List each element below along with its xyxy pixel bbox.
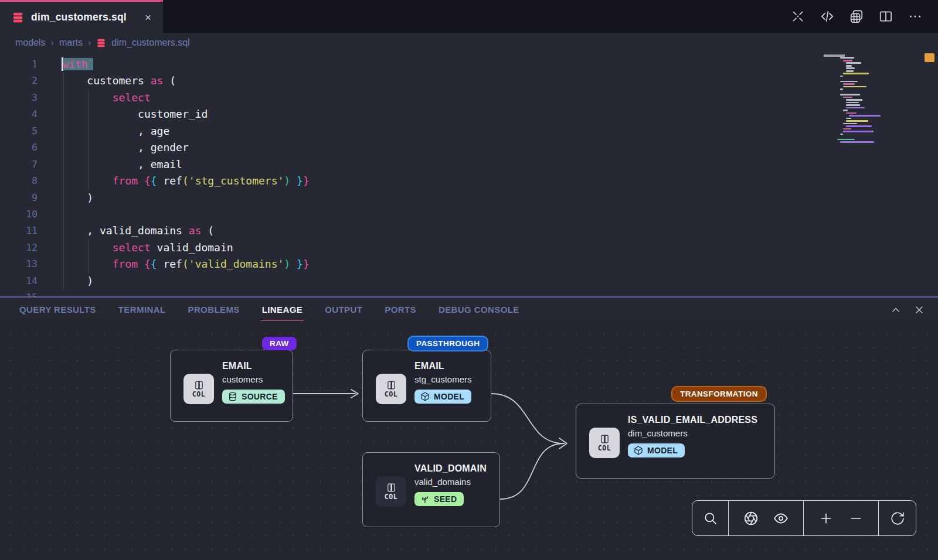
line-number: 2 (0, 73, 38, 89)
lineage-canvas[interactable]: RAW COL EMAIL customers SOURCE PASSTHROU… (0, 321, 938, 560)
code-line: customer_id (62, 106, 832, 122)
aperture-icon[interactable] (743, 511, 759, 526)
sprout-icon (420, 494, 430, 504)
database-icon (228, 392, 237, 401)
code-icon[interactable] (820, 9, 835, 24)
column-name: IS_VALID_EMAIL_ADDRESS (628, 415, 757, 425)
editor-tab-dim-customers[interactable]: dim_customers.sql × (0, 0, 163, 33)
line-number: 6 (0, 139, 38, 156)
refresh-icon[interactable] (890, 511, 905, 526)
lineage-node-valid-domains-valid-domain[interactable]: COL VALID_DOMAIN valid_domains SEED (362, 452, 500, 527)
panel-tab-debug-console[interactable]: DEBUG CONSOLE (439, 297, 519, 322)
lineage-toolbar (692, 500, 916, 536)
zoom-out-icon[interactable] (848, 511, 864, 526)
line-number: 7 (0, 156, 38, 173)
line-number: 3 (0, 90, 38, 106)
code-line: select (62, 90, 832, 106)
column-name: VALID_DOMAIN (414, 463, 487, 474)
cube-icon (634, 446, 643, 455)
code-line: with (62, 56, 832, 73)
line-number: 15 (0, 289, 38, 296)
tab-title: dim_customers.sql (31, 11, 135, 23)
table-copy-icon[interactable] (849, 9, 864, 24)
database-icon (96, 38, 106, 48)
minimap-selection-marker (824, 54, 845, 57)
tab-close-icon[interactable]: × (142, 11, 154, 24)
panel-tab-ports[interactable]: PORTS (385, 297, 416, 322)
indent-guide (89, 90, 89, 190)
model-name: stg_customers (414, 374, 472, 384)
lineage-node-dim-customers-is-valid-email-address[interactable]: COL IS_VALID_EMAIL_ADDRESS dim_customers… (576, 404, 775, 479)
type-pill-model: MODEL (414, 390, 471, 404)
code-line: from {{ ref('valid_domains') }} (62, 256, 832, 272)
column-icon: COL (376, 476, 406, 507)
line-number: 14 (0, 273, 38, 289)
ide-window: dim_customers.sql × (0, 0, 938, 560)
column-name: EMAIL (222, 361, 285, 371)
column-icon: COL (376, 374, 406, 404)
code-line: ) (62, 190, 832, 206)
type-pill-seed: SEED (414, 492, 464, 506)
title-bar: dim_customers.sql × (0, 0, 938, 33)
split-editor-icon[interactable] (878, 9, 893, 24)
toolbar-group-view (729, 501, 804, 535)
lineage-node-customers-email[interactable]: COL EMAIL customers SOURCE (170, 350, 293, 422)
column-name: EMAIL (414, 361, 472, 371)
breadcrumb-item-marts[interactable]: marts (59, 37, 83, 48)
column-icon: COL (183, 374, 214, 404)
code-line: , gender (62, 139, 832, 156)
column-icon: COL (589, 428, 620, 458)
code-line: ) (62, 273, 832, 289)
code-line: , valid_domains as ( (62, 223, 832, 239)
search-icon[interactable] (703, 511, 718, 526)
panel-tab-output[interactable]: OUTPUT (325, 297, 362, 322)
breadcrumb-separator: › (88, 37, 91, 48)
lineage-node-stg-customers-email[interactable]: COL EMAIL stg_customers MODEL (362, 350, 491, 422)
code-editor[interactable]: 123456789101112131415 with customers as … (0, 53, 938, 296)
breadcrumb: models›marts›dim_customers.sql (0, 33, 938, 53)
eye-icon[interactable] (773, 511, 789, 526)
badge-transformation: TRANSFORMATION (671, 386, 767, 402)
collapse-panel-icon[interactable] (890, 304, 902, 316)
toolbar-group-refresh (879, 501, 916, 535)
line-number: 4 (0, 106, 38, 122)
code-line: from {{ ref('stg_customers') }} (62, 173, 832, 189)
panel-tab-terminal[interactable]: TERMINAL (118, 297, 166, 322)
code-line: , email (62, 156, 832, 173)
dbt-logo-icon[interactable] (790, 9, 806, 24)
model-name: dim_customers (628, 428, 757, 438)
toolbar-group-zoom (804, 501, 879, 535)
indent-guide (63, 73, 64, 290)
breadcrumb-item-dim-customers-sql[interactable]: dim_customers.sql (111, 37, 189, 48)
close-panel-icon[interactable] (913, 304, 925, 316)
line-number: 11 (0, 223, 38, 239)
badge-passthrough: PASSTHROUGH (407, 336, 488, 351)
database-icon (12, 11, 24, 24)
line-number: 9 (0, 190, 38, 206)
line-number: 13 (0, 256, 38, 272)
more-options-icon[interactable] (908, 9, 923, 24)
zoom-in-icon[interactable] (818, 511, 834, 526)
panel-tab-query-results[interactable]: QUERY RESULTS (19, 297, 96, 322)
code-lines: with customers as ( select customer_id ,… (62, 56, 832, 296)
panel-tab-lineage[interactable]: LINEAGE (262, 297, 303, 322)
code-line (62, 206, 832, 223)
line-number: 12 (0, 240, 38, 256)
breadcrumb-separator: › (51, 37, 54, 48)
line-number: 5 (0, 123, 38, 139)
model-name: valid_domains (414, 477, 487, 487)
model-name: customers (222, 374, 285, 384)
toolbar-group-search (692, 501, 729, 535)
breadcrumb-item-models[interactable]: models (15, 37, 46, 48)
line-number: 10 (0, 206, 38, 223)
line-number: 8 (0, 173, 38, 189)
panel-tab-bar: QUERY RESULTSTERMINALPROBLEMSLINEAGEOUTP… (0, 296, 938, 321)
type-pill-model: MODEL (628, 443, 685, 457)
code-line: select valid_domain (62, 240, 832, 256)
code-line: , age (62, 123, 832, 139)
panel-tab-problems[interactable]: PROBLEMS (188, 297, 239, 322)
code-line (62, 289, 832, 296)
indent-guide (89, 240, 89, 273)
minimap[interactable] (837, 54, 915, 144)
panel-actions (890, 298, 925, 322)
